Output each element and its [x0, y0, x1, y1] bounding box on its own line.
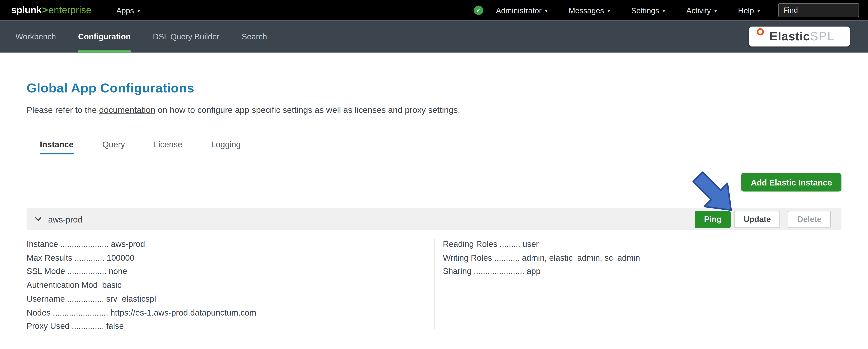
tab-instance[interactable]: Instance [40, 139, 73, 154]
detail-row: Proxy Used..............false [27, 319, 256, 333]
caret-down-icon: ▾ [757, 8, 760, 14]
status-check-icon: ✓ [474, 5, 483, 15]
detail-row: Instance.....................aws-prod [27, 237, 256, 251]
detail-dots: ........... [494, 253, 520, 262]
administrator-menu-label: Administrator [496, 6, 542, 14]
detail-row: Sharing......................app [443, 265, 640, 279]
messages-menu[interactable]: Messages ▾ [558, 0, 621, 21]
caret-down-icon: ▾ [662, 8, 665, 14]
tab-query[interactable]: Query [102, 139, 125, 154]
splunk-logo[interactable]: splunk > enterprise [11, 4, 91, 16]
detail-label: Nodes [27, 308, 51, 317]
nav-item-dsl-query-builder[interactable]: DSL Query Builder [153, 21, 220, 53]
nav-item-configuration[interactable]: Configuration [78, 21, 131, 53]
chevron-down-icon[interactable] [34, 215, 42, 223]
ping-button[interactable]: Ping [695, 211, 731, 228]
find-input[interactable] [778, 3, 859, 17]
page-title: Global App Configurations [27, 81, 194, 96]
nav-item-workbench[interactable]: Workbench [16, 21, 56, 53]
elasticspl-logo-elastic: Elastic [770, 29, 810, 44]
detail-row: SSL Mode.................none [27, 265, 256, 279]
detail-row: Reading Roles.........user [443, 237, 640, 251]
splunk-logo-gt: > [42, 4, 48, 16]
app-navbar: Workbench Configuration DSL Query Builde… [0, 21, 868, 53]
caret-down-icon: ▾ [714, 8, 717, 14]
elasticspl-logo-spl: SPL [810, 29, 835, 44]
detail-value: admin, elastic_admin, sc_admin [522, 253, 640, 262]
apps-menu-label: Apps [117, 6, 134, 14]
update-button[interactable]: Update [734, 211, 780, 228]
splunk-logo-brand: splunk [11, 4, 41, 16]
instance-name: aws-prod [48, 214, 82, 224]
apps-menu[interactable]: Apps ▾ [106, 0, 151, 21]
detail-label: Instance [27, 239, 58, 249]
page: splunk > enterprise Apps ▾ ✓ Administrat… [0, 0, 868, 349]
settings-menu[interactable]: Settings ▾ [621, 0, 676, 21]
detail-row: Writing Roles...........admin, elastic_a… [443, 251, 640, 265]
detail-label: SSL Mode [27, 266, 65, 276]
detail-dots: ................ [67, 294, 104, 303]
activity-menu[interactable]: Activity ▾ [676, 0, 727, 21]
nav-item-search[interactable]: Search [242, 21, 267, 53]
detail-value: basic [102, 280, 122, 290]
intro-before: Please refer to the [27, 105, 99, 115]
detail-label: Username [27, 294, 65, 303]
activity-menu-label: Activity [686, 6, 711, 14]
elasticspl-logo: Elastic SPL [749, 27, 850, 46]
detail-row: Nodes........................https://es-… [27, 306, 256, 319]
detail-label: Max Results [27, 253, 72, 262]
detail-value: user [523, 239, 539, 249]
instance-details-right: Reading Roles.........user Writing Roles… [443, 237, 640, 278]
splunk-logo-product: enterprise [49, 5, 91, 16]
detail-dots: ................. [67, 266, 106, 276]
help-menu-label: Help [738, 6, 754, 14]
detail-value: none [109, 266, 127, 276]
detail-dots: ...................... [474, 266, 524, 276]
caret-down-icon: ▾ [545, 8, 548, 14]
check-icon: ✓ [476, 7, 481, 13]
caret-down-icon: ▾ [608, 8, 610, 14]
settings-menu-label: Settings [631, 6, 659, 14]
detail-value: false [106, 321, 124, 330]
intro-text: Please refer to the documentation on how… [27, 105, 460, 115]
column-divider [434, 239, 435, 329]
help-menu[interactable]: Help ▾ [727, 0, 771, 21]
detail-dots: ......... [499, 239, 520, 249]
detail-value: aws-prod [111, 239, 145, 249]
detail-row: Username................srv_elasticspl [27, 292, 256, 306]
detail-label: Authentication Mod [27, 280, 98, 290]
detail-value: 100000 [107, 253, 134, 262]
delete-button[interactable]: Delete [788, 211, 831, 228]
detail-label: Sharing [443, 266, 472, 276]
detail-dots: ............. [74, 253, 104, 262]
administrator-menu[interactable]: Administrator ▾ [486, 0, 558, 21]
detail-row: Max Results.............100000 [27, 251, 256, 265]
detail-value: app [527, 266, 540, 276]
detail-label: Proxy Used [27, 321, 69, 330]
elasticspl-logo-icon [757, 28, 764, 35]
detail-row: Authentication Modbasic [27, 279, 256, 292]
detail-dots: .............. [72, 321, 104, 330]
messages-menu-label: Messages [569, 6, 604, 14]
instance-row: aws-prod Ping Update Delete [27, 208, 841, 230]
tabs: Instance Query License Logging [40, 139, 241, 154]
tab-logging[interactable]: Logging [211, 139, 241, 154]
tab-license[interactable]: License [154, 139, 182, 154]
detail-label: Reading Roles [443, 239, 497, 249]
caret-down-icon: ▾ [137, 8, 140, 14]
detail-dots: ........................ [53, 308, 108, 317]
detail-dots: ..................... [60, 239, 109, 249]
intro-after: on how to configure app specific setting… [155, 105, 460, 115]
instance-details-left: Instance.....................aws-prod Ma… [27, 237, 256, 333]
detail-value: srv_elasticspl [106, 294, 156, 303]
documentation-link[interactable]: documentation [99, 105, 155, 115]
topbar: splunk > enterprise Apps ▾ ✓ Administrat… [0, 0, 868, 21]
detail-value: https://es-1.aws-prod.datapunctum.com [110, 308, 256, 317]
add-elastic-instance-button[interactable]: Add Elastic Instance [742, 173, 841, 191]
detail-label: Writing Roles [443, 253, 492, 262]
